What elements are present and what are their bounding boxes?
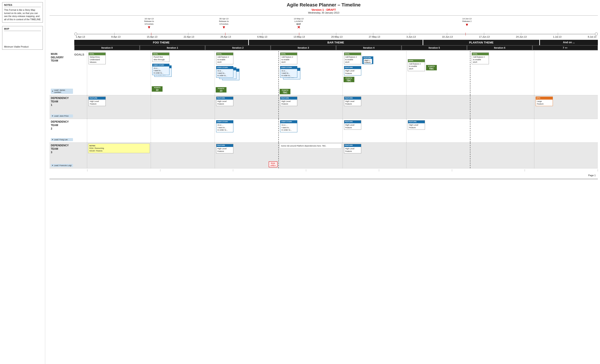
- dep1-team-lead: ✦Lead: Jane Price: [51, 114, 73, 118]
- dep1-iter-1: [151, 95, 215, 119]
- and-on-label: And on ...: [540, 40, 598, 45]
- dep3-team-lead: ✦Lead: Francois Luigi: [51, 164, 73, 167]
- date-labels: 1-Apr-13 8-Apr-13 15-Apr-13 22-Apr-13 29…: [74, 36, 598, 38]
- date-11: 17-Jun-13: [479, 36, 490, 38]
- milestone-row: 16-Apr-13Release toSTAGING ▼ 30-Apr-13Re…: [74, 18, 598, 33]
- main-team-name: MAINDELIVERYTEAM: [51, 53, 73, 63]
- tick-10: [447, 33, 447, 36]
- date-2: 15-Apr-13: [147, 36, 157, 38]
- iter-spacer: [49, 45, 74, 50]
- team-row-dep3: DEPENDENCYTEAM3 ✦Lead: Francois Luigi NO…: [49, 143, 598, 168]
- main-iter4-points: POINTS TBC: [344, 77, 354, 82]
- dep3-iter-5: [406, 143, 470, 168]
- iter-4-header: Iteration 4: [336, 45, 402, 50]
- main-iter4-feature2: FEATURE High LevelFeature: [344, 66, 405, 76]
- date-3: 22-Apr-13: [184, 36, 194, 38]
- date-13: 1-Jul-13: [553, 36, 562, 38]
- milestone-staging-2: 30-Apr-13Release toSTAGING ▼: [219, 18, 229, 29]
- dep3-team-name: DEPENDENCYTEAM3: [51, 144, 73, 154]
- main-team-lead: ✦Lead: James Lambert: [51, 89, 73, 94]
- page-title: Agile Release Planner – Timeline: [49, 2, 598, 8]
- dep1-iter-5: [406, 95, 470, 119]
- team-row-main: MAINDELIVERYTEAM ✦Lead: James Lambert GO…: [49, 51, 598, 95]
- timeline-line: [77, 34, 595, 34]
- date-1: 8-Apr-13: [111, 36, 121, 38]
- page-date: Wednesday, 30 January 2013: [49, 11, 598, 14]
- main-iter0-goal-card: GOAL Setup Envs.UnderstandMission.: [88, 53, 106, 64]
- timeline-end-cap: [595, 33, 598, 36]
- main-iter2-story-stack: USER STORY As a ...I want to...In order …: [216, 66, 278, 81]
- tick-11: [484, 33, 484, 36]
- sidebar: NOTES This Format is like a Story Map tu…: [0, 0, 45, 364]
- iter-3-header: Iteration 3: [271, 45, 336, 50]
- date-8: 27-May-13: [369, 36, 380, 38]
- dep2-iter-7: [534, 119, 598, 142]
- dep2-iter-2: USER STORY As a ...I want to...In order …: [215, 119, 279, 142]
- tick-7: [336, 33, 336, 36]
- date-12: 24-Jun-13: [516, 36, 527, 38]
- dep2-team-label: DEPENDENCYTEAM2 ✦Lead: Fung Lee: [49, 119, 74, 142]
- foo-theme-label: FOO THEME: [74, 40, 249, 45]
- milestone-staging-1: 16-Apr-13Release toSTAGING ▼: [144, 18, 154, 29]
- main-iter-0: GOAL Setup Envs.UnderstandMission.: [87, 51, 151, 95]
- main-iter5-goal-card: GOAL Add feature 2to enableMVP.: [408, 59, 425, 71]
- tick-2: [151, 33, 151, 36]
- tick-4: [225, 33, 225, 36]
- dep2-iter-0: [87, 119, 151, 142]
- dep2-iter4-feature: FEATURE High LevelFeature: [344, 120, 361, 130]
- main-iter6-goal-card: GOAL Add feature 2to enableMVP.: [472, 53, 489, 64]
- main-iter2-user-story-1: USER STORY As a ...I want to...In order …: [216, 66, 233, 78]
- dep3-iter-2: FEATURE High LevelFeature RISKAREA: [215, 143, 279, 168]
- dep1-iter-6: [470, 95, 534, 119]
- dep1-iter-2: FEATURE High LevelFeature: [215, 95, 279, 119]
- iter-7-header: 7 ++: [532, 45, 598, 50]
- milestone-mvp: 13-May-13LAUNCHMVP ✕: [294, 18, 304, 29]
- tick-1: [114, 33, 114, 36]
- dep2-team-lead: ✦Lead: Fung Lee: [51, 138, 73, 141]
- main-iter3-story-stack: USER STORY As a ...I want to...In order …: [280, 66, 341, 81]
- tick-13: [558, 33, 558, 36]
- dep3-iter2-feature: FEATURE High LevelFeature: [216, 144, 233, 153]
- dep3-risk-area-badge: RISKAREA: [269, 161, 278, 167]
- dep3-team-label: DEPENDENCYTEAM3 ✦Lead: Francois Luigi: [49, 143, 74, 168]
- main-iter-1: GOAL Punch firstslice through. USER STOR…: [151, 51, 215, 95]
- tick-10a: [465, 33, 466, 36]
- main-iter4-feature: FEATURE High L...Feature: [362, 56, 374, 64]
- bar-theme-label: BAR THEME: [249, 40, 423, 45]
- dep1-team-name: DEPENDENCYTEAM1: [51, 97, 73, 107]
- dep2-iter5-feature: FEATURE High LevelFeature: [408, 120, 425, 130]
- bottom-tick-row: [49, 168, 598, 173]
- dep1-iter2-feature: FEATURE High LevelFeature: [216, 97, 233, 106]
- dep2-team-name: DEPENDENCYTEAM2: [51, 120, 73, 130]
- mvp-box: MVP Minimum Viable Product: [2, 26, 43, 50]
- dep2-iter-6: [470, 119, 534, 142]
- dep2-iter-1: [151, 119, 215, 142]
- dep2-goals-col: [74, 119, 87, 142]
- date-0: 1-Apr-13: [76, 36, 85, 38]
- main-iter-2: GOAL Add feature 2to enableMVP. USER STO…: [215, 51, 279, 95]
- iter-0-header: Iteration 0: [74, 45, 140, 50]
- bottom-ticks: [87, 168, 598, 173]
- main-iter-6: GOAL Add feature 2to enableMVP.: [470, 51, 534, 95]
- iter-6-header: Iteration 6: [467, 45, 532, 50]
- date-5: 6-May-13: [257, 36, 267, 38]
- date-14: 8-Jul-13: [588, 36, 596, 38]
- timeline-start-cap: [74, 33, 77, 36]
- theme-header-row: FOO THEME BAR THEME PLANTAIN THEME And o…: [49, 40, 598, 45]
- notes-content: This Format is like a Story Map turned o…: [4, 8, 41, 21]
- timeline-bar: [74, 33, 598, 36]
- dep1-iter-4: FEATURE High LevelFeature: [343, 95, 406, 119]
- goals-label: GOALS: [74, 53, 84, 56]
- dep1-iter-3: FEATURE High LevelFeature: [279, 95, 343, 119]
- tick-9: [410, 33, 410, 36]
- dep1-iter-0: FEATURE High LevelFeature: [87, 95, 151, 119]
- main-iter1-goal-card: GOAL Punch firstslice through.: [152, 53, 169, 62]
- dep3-iter-7: [534, 143, 598, 168]
- date-7: 20-May-13: [331, 36, 343, 38]
- dep3-iter-3: Some risk around Platform dependencies h…: [279, 143, 343, 168]
- dep3-iter3-risk-note: Some risk around Platform dependencies h…: [280, 144, 341, 148]
- main-iter3-user-story-1: USER STORY As a ...I want to...In order …: [280, 66, 297, 78]
- dep1-iter0-feature: FEATURE High LevelFeature: [88, 97, 106, 106]
- mvp-content: Minimum Viable Product: [4, 45, 41, 48]
- theme-spacer: [49, 40, 74, 45]
